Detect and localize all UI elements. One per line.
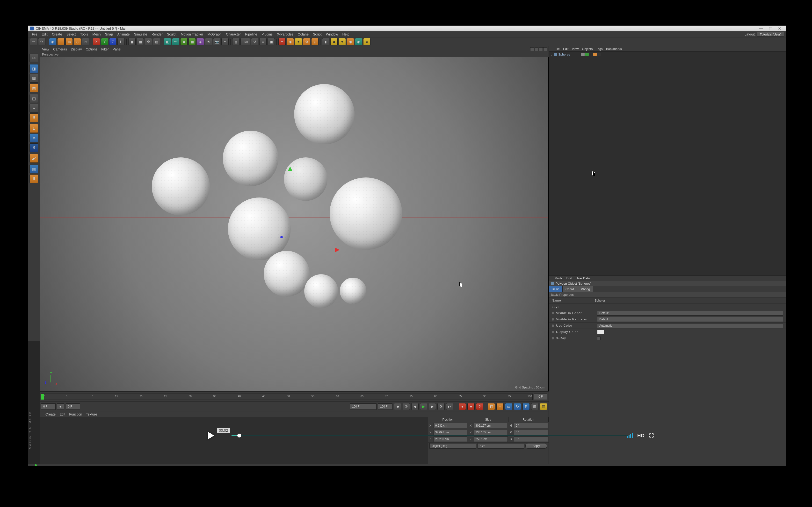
vp-menu-panel[interactable]: Panel [113,47,121,51]
coord-size-x[interactable]: 302.157 cm [474,423,507,428]
menu-character[interactable]: Character [224,32,243,37]
polys-mode-button[interactable]: ✥ [30,134,38,143]
menu-animate[interactable]: Animate [115,32,132,37]
loop-button[interactable]: ⟳ [403,403,410,410]
rotate-tool-button[interactable]: ◇ [74,38,81,45]
sphere-obj[interactable] [294,84,355,145]
phong-tag-icon[interactable] [593,53,597,56]
project-frame-start[interactable]: ◂ [57,403,64,410]
viewport-3d[interactable]: ▲ ▶ Y X Z Grid Spacing : 50 cm [40,57,549,391]
psr-button[interactable]: PSR [241,38,250,45]
mat-menu-create[interactable]: Create [45,412,56,416]
axis-x-toggle[interactable]: X [93,38,100,45]
object-mode-button[interactable]: ◳ [30,94,38,103]
object-visibility-tags[interactable] [580,52,592,57]
am-tab-coord[interactable]: Coord. [563,286,578,292]
video-seek-bar[interactable] [232,435,628,436]
redo-button[interactable]: ↷ [38,38,45,45]
live-selection-button[interactable]: ◉ [49,38,56,45]
add-generator-button[interactable]: ◆ [180,38,188,45]
prop-vis-editor-value[interactable]: Default [597,311,783,316]
gizmo-x-axis-icon[interactable]: ▶ [335,246,340,253]
menu-snap[interactable]: Snap [103,32,115,37]
om-menu-file[interactable]: File [555,47,560,51]
current-frame-box[interactable]: 0 F [534,394,547,400]
record-button[interactable]: ● [459,403,466,410]
prop-layer-value[interactable] [593,304,783,309]
render-settings-button[interactable]: ⚙ [145,38,152,45]
sphere-obj[interactable] [340,278,366,304]
sphere-obj[interactable] [264,251,310,297]
scale-tool-button[interactable]: ▭ [65,38,73,45]
menu-help[interactable]: Help [341,32,351,37]
om-menu-tags[interactable]: Tags [596,47,603,51]
anim-dot-icon[interactable] [552,312,554,314]
menu-window[interactable]: Window [324,32,340,37]
coord-rot-h[interactable]: 0 ° [514,423,548,428]
coord-space-dropdown[interactable]: Object (Rel) [429,443,476,449]
render-visibility-toggle[interactable] [585,53,589,56]
vp-menu-cameras[interactable]: Cameras [53,47,67,51]
reset-psr-button[interactable]: ↺ [251,38,258,45]
prop-vis-render-value[interactable]: Default [597,317,783,322]
axis-z-toggle[interactable]: Z [109,38,116,45]
points-mode-button[interactable]: ⠿ [30,113,38,122]
video-fullscreen-button[interactable]: ⛶ [649,433,654,439]
add-array-button[interactable]: ▦ [189,38,196,45]
key-pla-button[interactable]: P [522,403,530,410]
menu-sculpt[interactable]: Sculpt [165,32,179,37]
add-primitive-button[interactable]: ◧ [164,38,171,45]
om-menu-bookmarks[interactable]: Bookmarks [606,47,622,51]
vp-nav-button-1[interactable] [530,47,534,51]
autokey-button[interactable]: ● [467,403,475,410]
goto-start-button[interactable]: ⏮ [394,403,401,410]
layout-dropdown[interactable]: Tutorials (User) [757,32,784,37]
add-camera-button[interactable]: 📷 [213,38,220,45]
move-tool-button[interactable]: + [57,38,64,45]
prop-use-color-value[interactable]: Automatic [597,323,783,328]
key-rotation-button[interactable]: ↻ [514,403,521,410]
key-position-button[interactable]: + [496,403,504,410]
coord-pos-x[interactable]: 9.232 cm [434,423,467,428]
menu-xparticles[interactable]: X-Particles [275,32,295,37]
menu-plugins[interactable]: Plugins [260,32,274,37]
vp-menu-view[interactable]: View [42,47,49,51]
axis-y-toggle[interactable]: Y [101,38,108,45]
mat-menu-function[interactable]: Function [69,412,82,416]
anim-dot-icon[interactable] [552,318,554,321]
sphere-obj[interactable] [329,177,402,250]
vp-menu-display[interactable]: Display [71,47,82,51]
vp-menu-options[interactable]: Options [86,47,97,51]
video-play-button[interactable] [208,432,214,439]
menu-file[interactable]: File [30,32,39,37]
gizmo-y-axis-icon[interactable]: ▲ [286,164,294,172]
mat-menu-texture[interactable]: Texture [86,412,97,416]
key-scale-button[interactable]: ▭ [505,403,512,410]
sphere-obj[interactable] [152,157,210,215]
plugin-button-2[interactable]: ◉ [287,38,294,45]
om-menu-view[interactable]: View [572,47,578,51]
plugin-button-7[interactable]: ◆ [331,38,338,45]
menu-motion-tracker[interactable]: Motion Tracker [179,32,205,37]
menu-tools[interactable]: Tools [78,32,90,37]
uv-points-button[interactable]: ⠿ [30,174,38,183]
plugin-button-1[interactable]: ✶ [278,38,286,45]
menu-pipeline[interactable]: Pipeline [243,32,259,37]
next-frame-button[interactable]: ▶ [429,403,436,410]
am-menu-edit[interactable]: Edit [566,276,572,280]
plugin-button-4[interactable]: ⚙ [303,38,310,45]
vp-nav-button-3[interactable] [539,47,543,51]
plugin-button-3[interactable]: ✦ [295,38,302,45]
sphere-obj[interactable] [223,131,278,186]
menu-create[interactable]: Create [50,32,64,37]
am-menu-mode[interactable]: Mode [555,276,563,280]
plugin-button-10[interactable]: ◉ [355,38,362,45]
am-tab-phong[interactable]: Phong [578,286,593,292]
vp-nav-button-2[interactable] [535,47,539,51]
key-selection-button[interactable]: ◧ [488,403,495,410]
keying-help-button[interactable]: ? [476,403,483,410]
tag-icon[interactable] [597,53,601,56]
plugin-button-6[interactable]: ▮ [322,38,329,45]
timeline-ruler[interactable]: 0 5 10 15 20 25 30 35 40 45 50 55 60 65 … [40,391,549,401]
menu-simulate[interactable]: Simulate [132,32,149,37]
